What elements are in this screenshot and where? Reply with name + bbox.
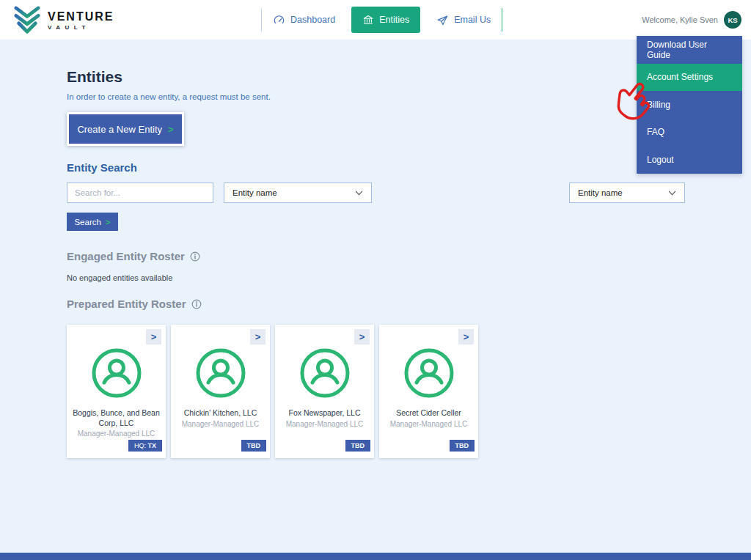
entity-card[interactable]: > Secret Cider Celler Manager-Managed LL…: [379, 325, 478, 458]
info-icon[interactable]: [190, 251, 200, 262]
nav-dashboard-label: Dashboard: [290, 15, 335, 25]
person-circle-icon: [90, 347, 143, 399]
chevron-right-icon: >: [359, 331, 365, 342]
menu-item-logout[interactable]: Logout: [637, 146, 742, 174]
engaged-roster-heading: Engaged Entity Roster: [67, 250, 751, 262]
menu-item-label: Logout: [647, 155, 674, 165]
menu-item-label: Account Settings: [647, 72, 713, 82]
entity-type: Manager-Managed LLC: [379, 420, 478, 428]
bank-icon: [362, 14, 374, 26]
nav-email-us-label: Email Us: [454, 15, 491, 25]
person-circle-icon: [403, 347, 455, 399]
info-icon[interactable]: [191, 299, 202, 309]
chevron-down-icon: [668, 191, 676, 196]
entity-type: Manager-Managed LLC: [275, 420, 374, 428]
prepared-roster-heading-label: Prepared Entity Roster: [67, 298, 186, 310]
create-entity-button-label: Create a New Entity: [77, 124, 162, 135]
menu-item-billing[interactable]: Billing: [637, 91, 742, 119]
page: VENTURE VAULT Dashboard Entities: [0, 0, 751, 560]
logo[interactable]: VENTURE VAULT: [13, 5, 114, 36]
badge-value: TBD: [455, 442, 469, 449]
entity-card[interactable]: > Boggis, Bunce, and Bean Corp, LLC Mana…: [67, 325, 166, 458]
prepared-entity-cards: > Boggis, Bunce, and Bean Corp, LLC Mana…: [67, 325, 751, 458]
header-right: Welcome, Kylie Sven KS: [642, 0, 741, 40]
logo-line1: VENTURE: [48, 10, 114, 23]
chevron-right-icon: >: [255, 331, 261, 342]
entity-card[interactable]: > Fox Newspaper, LLC Manager-Managed LLC…: [275, 325, 374, 458]
card-open-button[interactable]: >: [354, 329, 370, 345]
entity-name: Boggis, Bunce, and Bean Corp, LLC: [67, 408, 166, 428]
entity-name: Fox Newspaper, LLC: [275, 408, 374, 419]
search-filter-2-value: Entity name: [578, 188, 623, 197]
engaged-roster-empty-message: No engaged entities available: [67, 273, 751, 282]
menu-item-label: Download User Guide: [647, 40, 732, 60]
badge-value: TX: [147, 442, 156, 449]
nav-entities-label: Entities: [379, 15, 409, 25]
engaged-roster-heading-label: Engaged Entity Roster: [67, 250, 185, 262]
paper-plane-icon: [436, 14, 449, 26]
badge-value: TBD: [247, 442, 261, 449]
search-input[interactable]: [67, 183, 213, 203]
logo-line2: VAULT: [48, 24, 114, 31]
menu-item-download-user-guide[interactable]: Download User Guide: [637, 36, 742, 64]
gauge-icon: [273, 14, 285, 26]
chevron-down-icon: [355, 191, 363, 196]
nav-dashboard[interactable]: Dashboard: [262, 14, 346, 26]
menu-item-faq[interactable]: FAQ: [637, 119, 742, 147]
search-button[interactable]: Search >: [67, 213, 118, 231]
chevron-right-icon: >: [106, 218, 111, 226]
entity-name: Secret Cider Celler: [379, 408, 478, 419]
chevron-right-icon: >: [151, 331, 157, 342]
person-circle-icon: [194, 347, 247, 399]
card-open-button[interactable]: >: [146, 329, 161, 345]
nav-divider-right: [502, 8, 502, 32]
search-row: Entity name Entity name: [67, 183, 685, 203]
entity-type: Manager-Managed LLC: [171, 420, 270, 428]
user-dropdown-menu: Download User Guide Account Settings Bil…: [637, 36, 742, 174]
entity-type: Manager-Managed LLC: [67, 430, 166, 438]
entity-status-badge: TBD: [450, 440, 475, 452]
welcome-text: Welcome, Kylie Sven: [642, 15, 718, 24]
menu-item-label: FAQ: [647, 127, 664, 137]
badge-prefix: HQ:: [134, 442, 148, 449]
nav-entities[interactable]: Entities: [351, 7, 420, 33]
chevron-right-icon: >: [168, 124, 174, 135]
shield-logo-icon: [13, 5, 41, 36]
nav-email-us[interactable]: Email Us: [425, 14, 502, 26]
top-nav: Dashboard Entities Email Us: [261, 0, 502, 40]
search-button-label: Search: [74, 218, 100, 226]
entity-name: Chickin' Kitchen, LLC: [171, 408, 270, 419]
chevron-right-icon: >: [464, 331, 469, 342]
card-open-button[interactable]: >: [458, 329, 474, 345]
top-header: VENTURE VAULT Dashboard Entities: [0, 0, 751, 40]
avatar[interactable]: KS: [724, 11, 741, 29]
search-filter-dropdown-1[interactable]: Entity name: [224, 183, 372, 203]
prepared-roster-heading: Prepared Entity Roster: [67, 298, 751, 310]
menu-item-account-settings[interactable]: Account Settings: [637, 64, 742, 92]
person-circle-icon: [298, 347, 351, 399]
menu-item-label: Billing: [647, 100, 670, 110]
search-filter-1-value: Entity name: [232, 188, 277, 197]
create-entity-button[interactable]: Create a New Entity >: [67, 112, 184, 146]
badge-value: TBD: [351, 442, 365, 449]
entity-status-badge: TBD: [241, 440, 267, 452]
footer-bar: [0, 553, 751, 560]
card-open-button[interactable]: >: [250, 329, 265, 345]
logo-text: VENTURE VAULT: [48, 10, 114, 31]
search-filter-dropdown-2[interactable]: Entity name: [569, 183, 685, 203]
entity-status-badge: TBD: [345, 440, 371, 452]
entity-status-badge: HQ: TX: [128, 440, 162, 452]
entity-card[interactable]: > Chickin' Kitchen, LLC Manager-Managed …: [171, 325, 270, 458]
